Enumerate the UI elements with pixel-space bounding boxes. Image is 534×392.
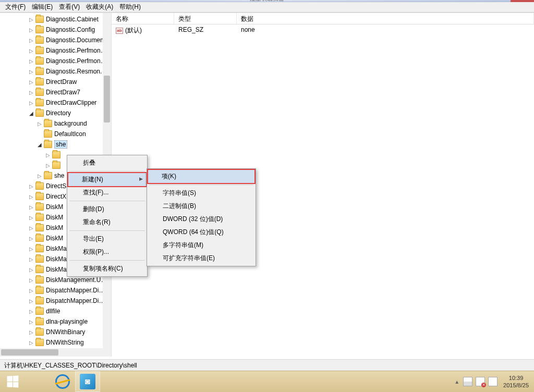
- list-header[interactable]: 名称 类型 数据: [112, 13, 534, 24]
- expand-icon[interactable]: ▷: [28, 183, 34, 189]
- tree-item[interactable]: DefaultIcon: [0, 129, 111, 139]
- tree-item[interactable]: ▷background: [0, 118, 111, 129]
- ctx-new-string[interactable]: 字符串值(S): [148, 187, 254, 200]
- clock[interactable]: 10:39 2015/8/25: [499, 374, 533, 389]
- expand-icon[interactable]: ▷: [28, 204, 34, 210]
- menu-view[interactable]: 查看(V): [56, 2, 83, 13]
- network-icon[interactable]: [476, 377, 485, 386]
- ctx-collapse[interactable]: 折叠: [68, 156, 146, 169]
- tree-horizontal-scrollbar[interactable]: [0, 348, 103, 357]
- tree-item-label: DiskManagement.U…: [46, 276, 107, 284]
- menu-favorites[interactable]: 收藏夹(A): [83, 2, 116, 13]
- taskbar-regedit[interactable]: ◙: [75, 371, 100, 392]
- expand-icon[interactable]: ▷: [37, 173, 43, 179]
- folder-icon: [35, 318, 44, 325]
- taskbar-ie[interactable]: [50, 371, 75, 392]
- ctx-copy-key-name[interactable]: 复制项名称(C): [68, 262, 146, 275]
- expand-icon[interactable]: ◢: [28, 110, 34, 116]
- tree-item[interactable]: ▷dllfile: [0, 306, 111, 316]
- expand-icon[interactable]: ▷: [28, 256, 34, 262]
- tree-item[interactable]: ▷DirectDrawClipper: [0, 97, 111, 108]
- expand-icon[interactable]: ▷: [28, 339, 34, 346]
- tree-item[interactable]: ▷Diagnostic.Perfmon…: [0, 56, 111, 66]
- ctx-new-qword[interactable]: QWORD (64 位)值(Q): [148, 226, 254, 239]
- expand-icon[interactable]: ▷: [28, 16, 34, 22]
- expand-icon[interactable]: ▷: [28, 68, 34, 75]
- folder-icon: [35, 255, 44, 263]
- expand-icon[interactable]: ▷: [28, 298, 34, 304]
- close-button[interactable]: [511, 0, 534, 2]
- ctx-delete[interactable]: 删除(D): [68, 203, 146, 216]
- expand-icon[interactable]: ▷: [28, 235, 34, 241]
- tree-item-label: Diagnostic.Resmon.…: [46, 68, 108, 75]
- expand-icon[interactable]: ▷: [28, 225, 34, 231]
- expand-icon[interactable]: ▷: [28, 246, 34, 252]
- ctx-rename[interactable]: 重命名(R): [68, 216, 146, 229]
- tree-item[interactable]: ▷DNWithBinary: [0, 327, 111, 337]
- expand-icon[interactable]: ▷: [28, 47, 34, 54]
- tree-item[interactable]: ▷Diagnostic.Cabinet: [0, 14, 111, 24]
- column-name[interactable]: 名称: [112, 13, 174, 24]
- expand-icon[interactable]: ▷: [28, 287, 34, 293]
- ctx-permissions[interactable]: 权限(P)...: [68, 246, 146, 259]
- tree-item[interactable]: ▷Diagnostic.Resmon.…: [0, 66, 111, 77]
- ctx-new-expandstring[interactable]: 可扩充字符串值(E): [148, 252, 254, 265]
- folder-icon: [35, 266, 44, 273]
- folder-icon: [44, 172, 52, 179]
- expand-icon[interactable]: ▷: [45, 162, 51, 168]
- menu-edit[interactable]: 编辑(E): [29, 2, 56, 13]
- scrollbar-thumb[interactable]: [104, 76, 110, 123]
- tree-item[interactable]: ▷DispatchMapper.Di…: [0, 285, 111, 296]
- expand-icon[interactable]: ▷: [28, 89, 34, 95]
- expand-icon[interactable]: ▷: [28, 329, 34, 335]
- expand-icon[interactable]: ◢: [37, 141, 43, 148]
- expand-icon[interactable]: ▷: [28, 100, 34, 106]
- tree-item[interactable]: ▷DirectDraw: [0, 77, 111, 87]
- taskbar-file-explorer[interactable]: [25, 371, 50, 392]
- ctx-new[interactable]: 新建(N): [67, 172, 147, 187]
- list-row[interactable]: ab(默认) REG_SZ none: [112, 24, 534, 36]
- tree-item[interactable]: ▷DirectDraw7: [0, 87, 111, 97]
- menu-help[interactable]: 帮助(H): [116, 2, 144, 13]
- column-data[interactable]: 数据: [237, 13, 534, 24]
- expand-icon[interactable]: ▷: [28, 277, 34, 283]
- expand-icon[interactable]: ▷: [28, 214, 34, 220]
- separator: [69, 260, 145, 261]
- tray-chevron-icon[interactable]: ▲: [454, 379, 459, 385]
- ctx-find[interactable]: 查找(F)...: [68, 186, 146, 199]
- expand-icon[interactable]: ▷: [28, 308, 34, 314]
- expand-icon[interactable]: ▷: [28, 58, 34, 64]
- ctx-new-key[interactable]: 项(K): [147, 169, 256, 184]
- action-center-icon[interactable]: [463, 377, 472, 386]
- tree-item-label: DiskM: [46, 203, 63, 211]
- column-type[interactable]: 类型: [174, 13, 237, 24]
- expand-icon[interactable]: ▷: [45, 152, 51, 158]
- tree-item[interactable]: ▷dlna-playsingle: [0, 316, 111, 327]
- tree-item[interactable]: ▷Diagnostic.Documen…: [0, 35, 111, 45]
- menu-file[interactable]: 文件(F): [2, 2, 29, 13]
- ctx-new-dword[interactable]: DWORD (32 位)值(D): [148, 213, 254, 226]
- start-button[interactable]: [0, 371, 25, 392]
- expand-icon[interactable]: ▷: [28, 27, 34, 33]
- expand-icon[interactable]: ▷: [37, 120, 43, 127]
- tree-item[interactable]: ◢she: [0, 139, 111, 150]
- volume-icon[interactable]: [488, 377, 497, 386]
- tree-item-label: Diagnostic.Perfmon…: [46, 57, 107, 65]
- expand-icon[interactable]: ▷: [28, 318, 34, 325]
- ctx-new-multistring[interactable]: 多字符串值(M): [148, 239, 254, 252]
- tree-item[interactable]: ▷Diagnostic.Perfmon…: [0, 45, 111, 56]
- tree-item[interactable]: ▷DNWithString: [0, 337, 111, 348]
- expand-icon[interactable]: [37, 131, 43, 137]
- ie-icon: [55, 374, 70, 389]
- expand-icon[interactable]: ▷: [28, 79, 34, 85]
- ctx-export[interactable]: 导出(E): [68, 232, 146, 246]
- clock-date: 2015/8/25: [503, 382, 529, 389]
- tree-item[interactable]: ▷Diagnostic.Config: [0, 24, 111, 35]
- tree-item[interactable]: ◢Directory: [0, 108, 111, 118]
- tree-item[interactable]: ▷DispatchMapper.Di…: [0, 296, 111, 306]
- expand-icon[interactable]: ▷: [28, 193, 34, 200]
- ctx-new-binary[interactable]: 二进制值(B): [148, 200, 254, 213]
- expand-icon[interactable]: ▷: [28, 266, 34, 273]
- scrollbar-thumb[interactable]: [1, 349, 58, 356]
- expand-icon[interactable]: ▷: [28, 37, 34, 43]
